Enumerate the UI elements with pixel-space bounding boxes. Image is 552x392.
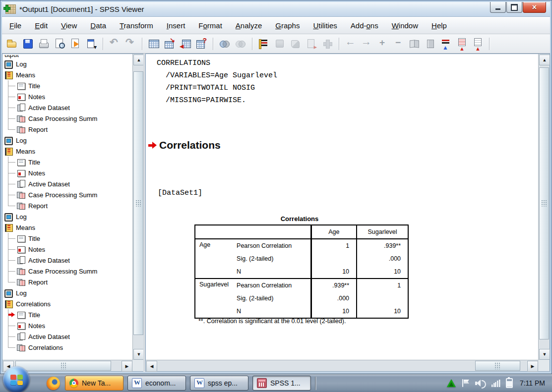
- expand-button[interactable]: [376, 37, 389, 50]
- tree-item-active-dataset[interactable]: Active Dataset: [3, 178, 132, 189]
- tree-item-title[interactable]: Title: [3, 233, 132, 244]
- demote-button[interactable]: [360, 37, 373, 50]
- goto-data-button[interactable]: [147, 37, 160, 50]
- firefox-icon[interactable]: [47, 377, 60, 390]
- taskbar-button-new-ta[interactable]: New Ta...: [65, 376, 123, 391]
- use-sets-button[interactable]: [218, 37, 231, 50]
- scroll-down-icon[interactable]: ▼: [133, 349, 144, 360]
- tree-item-notes[interactable]: Notes: [3, 320, 132, 331]
- menu-item-window[interactable]: Window: [392, 21, 418, 30]
- tree-item-active-dataset[interactable]: Active Dataset: [3, 255, 132, 266]
- outline-vscroll-track[interactable]: [133, 66, 144, 348]
- save-file-button[interactable]: [21, 37, 34, 50]
- correlation-table[interactable]: AgeSugarlevelAgePearson Correlation1.939…: [194, 224, 409, 319]
- print-preview-button[interactable]: [53, 37, 66, 50]
- tree-item-report[interactable]: Report: [3, 200, 132, 211]
- output-hscroll-thumb[interactable]: [475, 361, 520, 371]
- tree-item-title[interactable]: Title: [3, 309, 132, 320]
- tree-item-means[interactable]: Means: [3, 69, 132, 80]
- dialog-recall-button[interactable]: [85, 37, 98, 50]
- show-button[interactable]: [408, 37, 421, 50]
- tree-item-active-dataset[interactable]: Active Dataset: [3, 102, 132, 113]
- taskbar-button-spss-ep[interactable]: spss ep...: [190, 376, 248, 391]
- outline-hscroll-thumb[interactable]: [15, 361, 111, 371]
- log-icon: [4, 60, 13, 68]
- menu-item-insert[interactable]: Insert: [167, 21, 185, 30]
- scroll-right-icon[interactable]: ▶: [527, 361, 538, 372]
- action-center-flag-icon[interactable]: [461, 379, 470, 388]
- start-button[interactable]: [3, 366, 30, 392]
- menu-item-graphs[interactable]: Graphs: [275, 21, 300, 30]
- tree-item-correlations[interactable]: Correlations: [3, 342, 132, 353]
- open-file-button[interactable]: [5, 37, 18, 50]
- redo-button[interactable]: [124, 37, 137, 50]
- output-hscroll-track[interactable]: [158, 360, 527, 371]
- minimize-button[interactable]: [490, 2, 506, 13]
- tree-item-case-processing-summ[interactable]: Case Processing Summ: [3, 189, 132, 200]
- taskbar-button-spss-1[interactable]: SPSS 1...: [252, 376, 311, 391]
- tree-item-log[interactable]: Log: [3, 58, 132, 69]
- collapse-button[interactable]: [392, 37, 405, 50]
- tree-item-utput[interactable]: utput: [3, 55, 132, 58]
- tree-item-means[interactable]: Means: [3, 146, 132, 157]
- find-button[interactable]: [195, 37, 208, 50]
- tree-item-title[interactable]: Title: [3, 80, 132, 91]
- tree-item-log[interactable]: Log: [3, 287, 132, 298]
- tree-item-correlations[interactable]: Correlations: [3, 298, 132, 309]
- insert-title-button[interactable]: [455, 37, 468, 50]
- tree-item-report[interactable]: Report: [3, 124, 132, 135]
- outline-hscroll-track[interactable]: [14, 360, 121, 371]
- outline-vscroll-thumb[interactable]: [133, 71, 143, 335]
- promote-button[interactable]: [344, 37, 357, 50]
- menu-item-utilities[interactable]: Utilities: [313, 21, 337, 30]
- output-vscroll-track[interactable]: [539, 66, 550, 348]
- scroll-left-icon[interactable]: ◀: [146, 361, 157, 372]
- output-horizontal-scrollbar[interactable]: ◀ ▶: [146, 360, 539, 371]
- scroll-right-icon[interactable]: ▶: [122, 361, 132, 372]
- volume-icon[interactable]: [475, 379, 486, 388]
- menu-item-help[interactable]: Help: [431, 21, 447, 30]
- output-vertical-scrollbar[interactable]: ▲ ▼: [538, 54, 550, 360]
- tree-item-report[interactable]: Report: [3, 277, 132, 287]
- print-button[interactable]: [37, 37, 50, 50]
- variables-button[interactable]: [179, 37, 192, 50]
- scroll-up-icon[interactable]: ▲: [539, 55, 550, 65]
- tree-item-notes[interactable]: Notes: [3, 91, 132, 102]
- tree-item-notes[interactable]: Notes: [3, 244, 132, 255]
- select-last-output-button[interactable]: [257, 37, 270, 50]
- menu-item-add-ons[interactable]: Add-ons: [351, 21, 378, 30]
- outline-vertical-scrollbar[interactable]: ▲ ▼: [132, 54, 144, 360]
- tree-item-log[interactable]: Log: [3, 135, 132, 146]
- close-button[interactable]: ×: [523, 2, 546, 13]
- menu-item-analyze[interactable]: Analyze: [236, 21, 262, 30]
- taskbar-button-econom[interactable]: econom...: [127, 376, 186, 391]
- tree-item-case-processing-summ[interactable]: Case Processing Summ: [3, 266, 132, 277]
- scroll-up-icon[interactable]: ▲: [133, 55, 144, 65]
- undo-button[interactable]: [108, 37, 121, 50]
- insert-text-button[interactable]: [471, 37, 484, 50]
- menu-item-data[interactable]: Data: [90, 21, 106, 30]
- tree-item-active-dataset[interactable]: Active Dataset: [3, 331, 132, 342]
- menu-item-edit[interactable]: Edit: [35, 21, 48, 30]
- menu-item-transform[interactable]: Transform: [120, 21, 153, 30]
- tree-item-log[interactable]: Log: [3, 211, 132, 222]
- tree-item-title[interactable]: Title: [3, 157, 132, 168]
- scroll-down-icon[interactable]: ▼: [539, 349, 550, 360]
- output-document[interactable]: CORRELATIONS /VARIABLES=Age Sugarlevel /…: [146, 54, 539, 360]
- hide-button[interactable]: [424, 37, 436, 50]
- battery-icon[interactable]: [506, 378, 513, 388]
- tree-item-case-processing-summ[interactable]: Case Processing Summ: [3, 113, 132, 124]
- tree-item-notes[interactable]: Notes: [3, 168, 132, 178]
- insert-heading-button[interactable]: [439, 37, 452, 50]
- network-icon[interactable]: [491, 379, 500, 387]
- goto-case-button[interactable]: [163, 37, 176, 50]
- maximize-button[interactable]: [506, 2, 522, 13]
- taskbar-clock[interactable]: 7:11 PM: [520, 379, 545, 387]
- menu-item-view[interactable]: View: [61, 21, 77, 30]
- antivirus-icon[interactable]: [447, 379, 456, 387]
- output-vscroll-thumb[interactable]: [539, 67, 549, 339]
- export-output-button[interactable]: [69, 37, 82, 50]
- tree-item-means[interactable]: Means: [3, 222, 132, 233]
- menu-item-format[interactable]: Format: [198, 21, 222, 30]
- menu-item-file[interactable]: File: [9, 21, 21, 30]
